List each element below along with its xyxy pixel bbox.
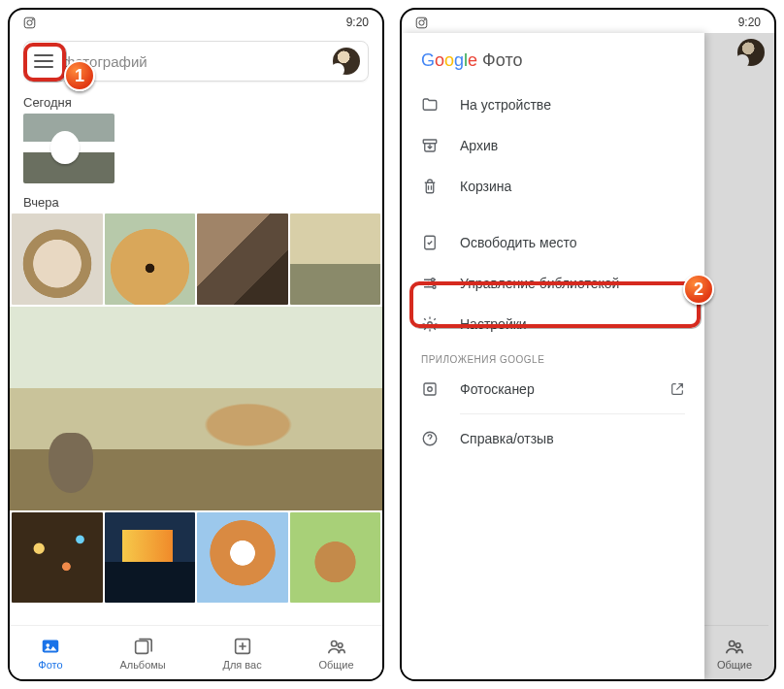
- instagram-icon: [415, 16, 428, 29]
- drawer-label: Архив: [460, 138, 498, 153]
- external-link-icon: [670, 381, 685, 397]
- trash-icon: [421, 178, 439, 195]
- status-bar: 9:20: [402, 10, 774, 33]
- nav-label: Для вас: [222, 659, 261, 671]
- drawer-item-archive[interactable]: Архив: [402, 125, 704, 166]
- nav-albums[interactable]: Альбомы: [119, 636, 165, 671]
- section-yesterday: Вчера: [10, 189, 382, 213]
- nav-sharing[interactable]: Общие: [318, 636, 353, 671]
- svg-point-5: [46, 643, 49, 647]
- svg-point-18: [432, 279, 435, 281]
- search-placeholder: фотографий: [63, 53, 323, 70]
- archive-icon: [421, 137, 439, 154]
- drawer-item-manage-library[interactable]: Управление библиотекой: [402, 263, 704, 304]
- svg-rect-6: [136, 640, 148, 653]
- photo-thumb[interactable]: [12, 512, 103, 604]
- svg-rect-16: [423, 140, 437, 144]
- svg-line-3: [334, 66, 342, 74]
- photo-grid: [10, 213, 382, 625]
- photo-thumb[interactable]: [197, 512, 288, 604]
- phone-left: 9:20 фотографий Сегодня Вчера Фото: [8, 8, 384, 681]
- nav-photos[interactable]: Фото: [38, 636, 62, 671]
- photoscan-icon: [421, 380, 439, 398]
- for-you-icon: [232, 636, 253, 657]
- status-time: 9:20: [738, 16, 761, 29]
- nav-drawer: Google Фото На устройстве Архив Корзина …: [402, 33, 704, 679]
- drawer-label: Освободить место: [460, 235, 577, 250]
- drawer-item-free-up[interactable]: Освободить место: [402, 222, 704, 263]
- nav-label: Альбомы: [119, 659, 165, 671]
- instagram-icon: [23, 16, 36, 29]
- help-icon: [421, 430, 439, 447]
- svg-point-19: [427, 282, 430, 285]
- drawer-item-photoscan[interactable]: Фотосканер: [402, 369, 704, 410]
- svg-point-23: [428, 387, 433, 392]
- drawer-label: Фотосканер: [460, 381, 535, 397]
- sharing-icon: [326, 636, 347, 657]
- backup-off-icon: [333, 65, 343, 75]
- search-bar[interactable]: фотографий: [23, 41, 369, 82]
- photo-thumb[interactable]: [12, 213, 103, 305]
- divider: [460, 413, 685, 414]
- nav-label: Общие: [318, 659, 353, 671]
- svg-rect-22: [424, 383, 436, 395]
- nav-label: Фото: [38, 659, 62, 671]
- folder-icon: [421, 96, 439, 114]
- phone-right: 9:20 Общие Google Фото На устройстве Арх…: [400, 8, 776, 681]
- photo-thumb-large[interactable]: [10, 307, 382, 510]
- svg-point-8: [331, 640, 337, 646]
- account-avatar[interactable]: [333, 48, 360, 75]
- drawer-label: Управление библиотекой: [460, 276, 619, 291]
- photo-thumb[interactable]: [105, 512, 196, 604]
- albums-icon: [132, 636, 153, 657]
- drawer-label: Настройки: [460, 316, 527, 332]
- photos-icon: [40, 636, 61, 657]
- photo-thumb[interactable]: [290, 512, 381, 604]
- svg-point-21: [428, 322, 433, 327]
- svg-point-9: [338, 642, 343, 647]
- svg-point-2: [32, 18, 33, 19]
- drawer-item-trash[interactable]: Корзина: [402, 166, 704, 207]
- drawer-label: Корзина: [460, 179, 511, 194]
- status-time: 9:20: [346, 16, 369, 29]
- nav-for-you[interactable]: Для вас: [222, 636, 261, 671]
- drawer-label: Справка/отзыв: [460, 431, 554, 446]
- google-logo: Google: [421, 50, 477, 70]
- svg-point-11: [419, 19, 424, 24]
- drawer-label: На устройстве: [460, 97, 551, 113]
- drawer-section-apps: ПРИЛОЖЕНИЯ GOOGLE: [402, 344, 704, 369]
- drawer-item-on-device[interactable]: На устройстве: [402, 84, 704, 125]
- drawer-item-help[interactable]: Справка/отзыв: [402, 418, 704, 459]
- drawer-title: Google Фото: [402, 50, 704, 84]
- free-up-icon: [421, 234, 439, 251]
- tune-icon: [421, 275, 439, 292]
- photo-thumb[interactable]: [105, 213, 196, 305]
- hamburger-icon[interactable]: [34, 54, 53, 68]
- bottom-nav: Фото Альбомы Для вас Общие: [10, 625, 382, 679]
- photo-thumb-rabbit[interactable]: [23, 114, 114, 183]
- gear-icon: [421, 315, 439, 333]
- svg-point-20: [433, 285, 436, 288]
- svg-point-12: [424, 18, 425, 19]
- section-today: Сегодня: [10, 89, 382, 114]
- status-bar: 9:20: [10, 10, 382, 33]
- drawer-item-settings[interactable]: Настройки: [402, 304, 704, 344]
- svg-point-1: [27, 19, 32, 24]
- photo-thumb[interactable]: [197, 213, 288, 305]
- photo-thumb[interactable]: [290, 213, 381, 305]
